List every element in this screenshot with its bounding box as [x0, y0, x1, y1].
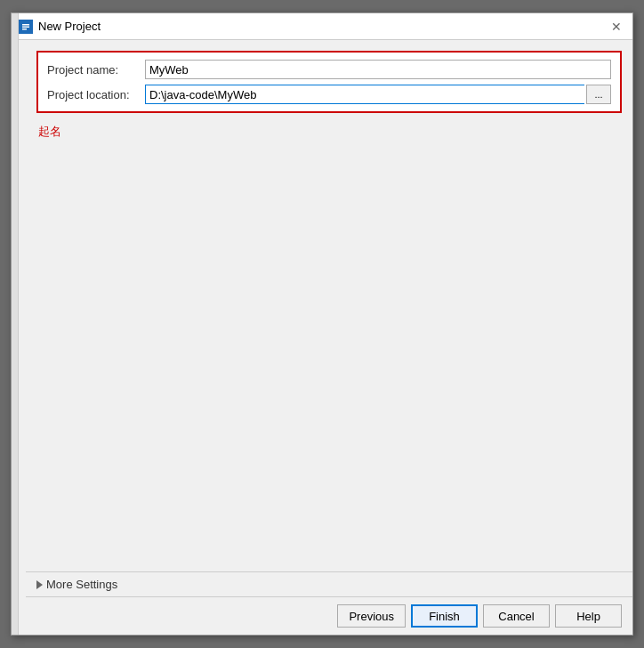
expand-icon	[36, 580, 43, 589]
previous-button[interactable]: Previous	[337, 604, 406, 628]
svg-rect-2	[22, 26, 29, 28]
finish-button[interactable]: Finish	[411, 604, 478, 628]
svg-rect-1	[22, 24, 29, 26]
location-input-wrapper: ...	[145, 85, 611, 104]
new-project-dialog: New Project ✕ Project name: Project loca…	[11, 12, 633, 636]
project-name-input[interactable]	[145, 60, 611, 79]
button-bar: Previous Finish Cancel Help	[26, 597, 632, 635]
project-location-row: Project location: ...	[47, 85, 611, 104]
form-section: Project name: Project location: ...	[36, 51, 622, 113]
browse-button[interactable]: ...	[586, 85, 611, 104]
svg-rect-3	[22, 28, 27, 30]
more-settings-label: More Settings	[46, 578, 117, 591]
cancel-button[interactable]: Cancel	[483, 604, 550, 628]
project-name-row: Project name:	[47, 60, 611, 79]
dialog-icon	[19, 20, 33, 34]
bottom-section: More Settings Previous Finish Cancel Hel…	[26, 571, 632, 635]
main-body	[36, 140, 622, 561]
project-name-label: Project name:	[47, 63, 145, 77]
title-bar: New Project ✕	[12, 13, 632, 40]
project-location-label: Project location:	[47, 88, 145, 101]
hint-text: 起名	[38, 124, 622, 140]
title-bar-left: New Project	[19, 20, 101, 34]
help-button[interactable]: Help	[555, 604, 622, 628]
dialog-title: New Project	[38, 20, 101, 33]
more-settings-toggle[interactable]: More Settings	[26, 572, 632, 597]
left-stripe	[12, 13, 19, 635]
project-location-input[interactable]	[145, 85, 584, 104]
close-button[interactable]: ✕	[608, 18, 625, 36]
